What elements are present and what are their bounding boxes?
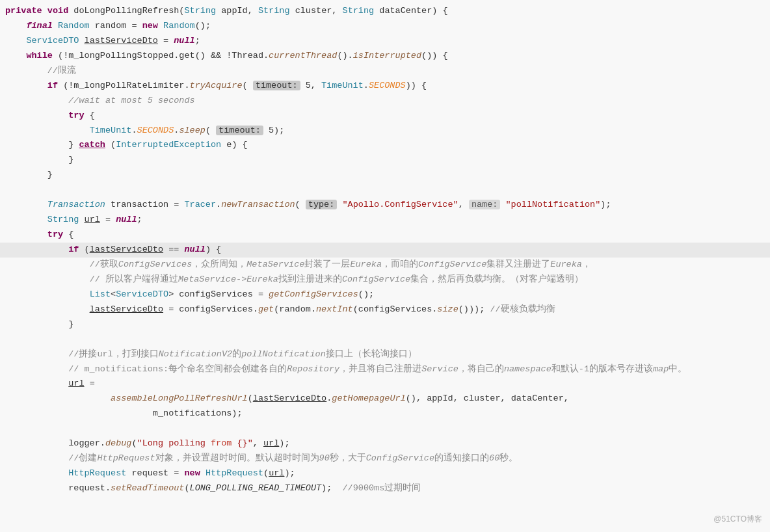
- code-line-22: //拼接url，打到接口NotificationV2的pollNotificat…: [0, 347, 770, 362]
- code-line-19: List<ServiceDTO> configServices = getCon…: [0, 287, 770, 302]
- code-line-6: if (!m_longPollRateLimiter.tryAcquire( t…: [0, 79, 770, 94]
- code-line-2: final Random random = new Random();: [0, 19, 770, 34]
- code-line-4: while (!m_longPollingStopped.get() && !T…: [0, 49, 770, 64]
- code-line-blank2: [0, 332, 770, 347]
- code-line-14: String url = null;: [0, 213, 770, 228]
- code-line-30: request.setReadTimeout(LONG_POLLING_READ…: [0, 481, 770, 496]
- code-line-26: m_notifications);: [0, 406, 770, 421]
- code-line-20: lastServiceDto = configServices.get(rand…: [0, 302, 770, 317]
- code-line-16: if (lastServiceDto == null) {: [0, 243, 770, 258]
- code-line-11: }: [0, 153, 770, 168]
- code-line-10: } catch (InterruptedException e) {: [0, 138, 770, 153]
- code-line-5: //限流: [0, 64, 770, 79]
- code-line-9: TimeUnit.SECONDS.sleep( timeout: 5);: [0, 124, 770, 139]
- code-line-21: }: [0, 317, 770, 332]
- code-line-8: try {: [0, 109, 770, 124]
- code-line-25: assembleLongPollRefreshUrl(lastServiceDt…: [0, 392, 770, 406]
- code-line-1: private void doLongPollingRefresh(String…: [0, 4, 770, 19]
- code-line-12: }: [0, 168, 770, 183]
- code-line-24: url =: [0, 377, 770, 392]
- code-line-blank1: [0, 183, 770, 198]
- code-line-27: logger.debug("Long polling from {}", url…: [0, 436, 770, 451]
- code-line-23: // m_notifications:每个命名空间都会创建各自的Reposito…: [0, 362, 770, 377]
- code-line-29: HttpRequest request = new HttpRequest(ur…: [0, 466, 770, 481]
- code-line-7: //wait at most 5 seconds: [0, 94, 770, 109]
- code-line-17: //获取ConfigServices，众所周知，MetaService封装了一层…: [0, 258, 770, 273]
- watermark: @51CTO博客: [713, 512, 762, 525]
- code-line-18: // 所以客户端得通过MetaService->Eureka找到注册进来的Con…: [0, 273, 770, 287]
- code-line-3: ServiceDTO lastServiceDto = null;: [0, 34, 770, 49]
- code-line-15: try {: [0, 228, 770, 243]
- code-editor: private void doLongPollingRefresh(String…: [0, 0, 770, 532]
- code-line-13: Transaction transaction = Tracer.newTran…: [0, 198, 770, 213]
- code-line-blank3: [0, 421, 770, 436]
- code-line-28: //创建HttpRequest对象，并设置超时时间。默认超时时间为90秒，大于C…: [0, 451, 770, 466]
